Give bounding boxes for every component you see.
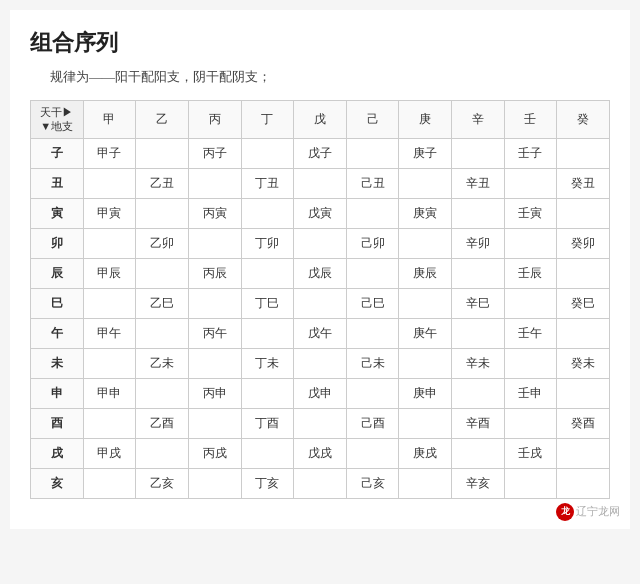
table-row: 子甲子丙子戊子庚子壬子 [31, 138, 610, 168]
combo-cell: 辛巳 [452, 288, 505, 318]
combo-cell [136, 318, 189, 348]
combo-cell [294, 168, 347, 198]
combo-cell [241, 258, 294, 288]
combo-cell [83, 468, 136, 498]
combo-cell [452, 138, 505, 168]
combo-cell [294, 288, 347, 318]
combo-cell: 丁未 [241, 348, 294, 378]
combo-cell [294, 408, 347, 438]
combo-cell: 甲戌 [83, 438, 136, 468]
combo-cell: 丁亥 [241, 468, 294, 498]
combo-cell: 癸巳 [557, 288, 610, 318]
combo-cell: 戊辰 [294, 258, 347, 288]
combo-cell: 丙子 [188, 138, 241, 168]
combo-cell [452, 258, 505, 288]
combo-cell [188, 408, 241, 438]
combo-cell [188, 168, 241, 198]
combo-cell [241, 138, 294, 168]
branch-cell: 卯 [31, 228, 84, 258]
combo-cell [452, 378, 505, 408]
combo-cell [188, 348, 241, 378]
branch-cell: 酉 [31, 408, 84, 438]
table-row: 辰甲辰丙辰戊辰庚辰壬辰 [31, 258, 610, 288]
branch-cell: 丑 [31, 168, 84, 198]
stem-癸: 癸 [557, 101, 610, 139]
combo-cell: 壬寅 [504, 198, 557, 228]
combo-cell: 己酉 [346, 408, 399, 438]
combo-cell [83, 168, 136, 198]
combo-cell [557, 318, 610, 348]
stem-丙: 丙 [188, 101, 241, 139]
corner-header: 天干▶▼地支 [31, 101, 84, 139]
combo-cell: 丙午 [188, 318, 241, 348]
combo-cell [346, 258, 399, 288]
watermark-logo: 龙 [556, 503, 574, 521]
branch-cell: 申 [31, 378, 84, 408]
combo-cell [83, 288, 136, 318]
branch-cell: 巳 [31, 288, 84, 318]
combo-cell: 甲午 [83, 318, 136, 348]
table-row: 酉乙酉丁酉己酉辛酉癸酉 [31, 408, 610, 438]
combo-cell: 壬申 [504, 378, 557, 408]
branch-cell: 辰 [31, 258, 84, 288]
combo-cell [136, 258, 189, 288]
combo-cell: 辛未 [452, 348, 505, 378]
stem-戊: 戊 [294, 101, 347, 139]
combo-cell [504, 228, 557, 258]
combo-cell: 戊子 [294, 138, 347, 168]
combination-table: 天干▶▼地支 甲 乙 丙 丁 戊 己 庚 辛 壬 癸 子甲子丙子戊子庚子壬子丑乙… [30, 100, 610, 499]
combo-cell [452, 198, 505, 228]
combo-cell: 辛卯 [452, 228, 505, 258]
combo-cell: 辛亥 [452, 468, 505, 498]
combo-cell: 乙亥 [136, 468, 189, 498]
combo-cell: 乙酉 [136, 408, 189, 438]
combo-cell [241, 318, 294, 348]
combo-cell: 庚寅 [399, 198, 452, 228]
combo-cell [557, 468, 610, 498]
combo-cell [346, 438, 399, 468]
stem-壬: 壬 [504, 101, 557, 139]
combo-cell: 乙卯 [136, 228, 189, 258]
combo-cell [346, 318, 399, 348]
combo-cell [83, 348, 136, 378]
branch-cell: 寅 [31, 198, 84, 228]
combo-cell [452, 318, 505, 348]
combo-cell: 甲辰 [83, 258, 136, 288]
combo-cell [83, 228, 136, 258]
combo-cell: 癸卯 [557, 228, 610, 258]
page-title: 组合序列 [30, 28, 610, 58]
combo-cell [399, 468, 452, 498]
stem-庚: 庚 [399, 101, 452, 139]
branch-cell: 亥 [31, 468, 84, 498]
combo-cell: 丁巳 [241, 288, 294, 318]
combo-cell: 己丑 [346, 168, 399, 198]
page-container: 组合序列 规律为——阳干配阳支，阴干配阴支； 天干▶▼地支 甲 乙 丙 丁 戊 … [10, 10, 630, 529]
table-row: 戌甲戌丙戌戊戌庚戌壬戌 [31, 438, 610, 468]
combo-cell: 壬辰 [504, 258, 557, 288]
combo-cell: 己卯 [346, 228, 399, 258]
combo-cell [136, 378, 189, 408]
combo-cell: 甲寅 [83, 198, 136, 228]
combo-cell [188, 228, 241, 258]
combo-cell: 丙寅 [188, 198, 241, 228]
combo-cell [504, 348, 557, 378]
combo-cell [399, 348, 452, 378]
combo-cell: 戊申 [294, 378, 347, 408]
combo-cell [557, 378, 610, 408]
combo-cell: 癸酉 [557, 408, 610, 438]
combo-cell [504, 168, 557, 198]
combo-cell [241, 378, 294, 408]
table-row: 亥乙亥丁亥己亥辛亥 [31, 468, 610, 498]
combo-cell: 戊午 [294, 318, 347, 348]
table-row: 午甲午丙午戊午庚午壬午 [31, 318, 610, 348]
combo-cell: 己未 [346, 348, 399, 378]
combo-cell [136, 138, 189, 168]
combo-cell: 己巳 [346, 288, 399, 318]
table-row: 丑乙丑丁丑己丑辛丑癸丑 [31, 168, 610, 198]
combo-cell: 甲申 [83, 378, 136, 408]
combo-cell: 乙丑 [136, 168, 189, 198]
combo-cell [557, 438, 610, 468]
combo-cell [241, 198, 294, 228]
combo-cell [504, 468, 557, 498]
combo-cell [399, 168, 452, 198]
